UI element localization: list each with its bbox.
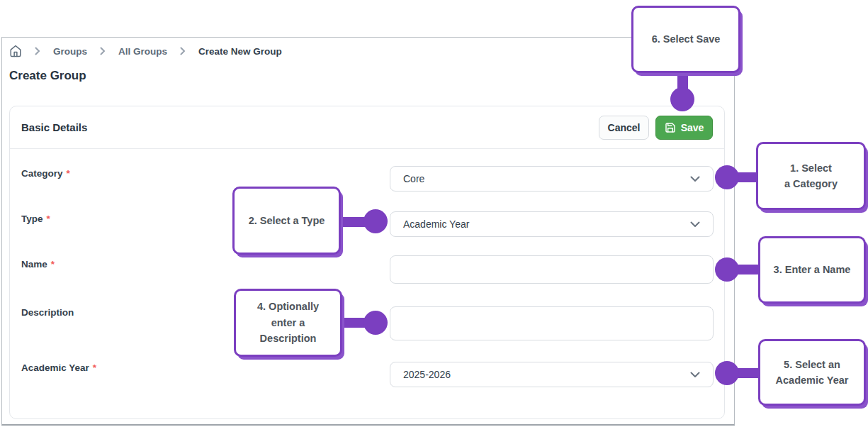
basic-details-card: Basic Details Cancel Save Category* Core <box>9 106 725 419</box>
chevron-down-icon <box>690 173 700 184</box>
category-select[interactable]: Core <box>390 166 714 192</box>
chevron-right-icon <box>180 47 186 55</box>
annotation-step-3: 3. Enter a Name <box>758 236 866 304</box>
description-input[interactable] <box>403 307 700 340</box>
card-title: Basic Details <box>21 121 87 133</box>
annotation-step-5: 5. Select an Academic Year <box>758 339 866 406</box>
annotation-dot-6 <box>670 87 694 111</box>
academic-year-select[interactable]: 2025-2026 <box>390 362 714 387</box>
academic-year-select-value: 2025-2026 <box>403 369 451 380</box>
annotation-dot-5 <box>715 361 739 385</box>
breadcrumb-item-create-new-group: Create New Group <box>198 46 282 57</box>
annotation-dot-2 <box>363 209 388 233</box>
description-label: Description <box>21 307 77 318</box>
save-icon <box>665 122 676 133</box>
page-title: Create Group <box>9 69 86 83</box>
required-asterisk: * <box>51 259 55 270</box>
breadcrumb: Groups All Groups Create New Group <box>9 45 282 57</box>
category-label: Category* <box>21 168 70 179</box>
annotation-step-4: 4. Optionally enter a Description <box>234 289 342 357</box>
chevron-right-icon <box>100 47 106 55</box>
annotation-step-2: 2. Select a Type <box>232 187 341 255</box>
save-button[interactable]: Save <box>655 116 713 140</box>
name-input[interactable] <box>403 256 700 283</box>
breadcrumb-item-all-groups[interactable]: All Groups <box>118 46 167 57</box>
chevron-down-icon <box>690 218 700 230</box>
required-asterisk: * <box>67 168 70 179</box>
annotation-dot-4 <box>363 311 388 335</box>
chevron-right-icon <box>35 47 40 55</box>
annotation-dot-1 <box>715 165 739 189</box>
cancel-button[interactable]: Cancel <box>599 116 649 140</box>
save-button-label: Save <box>681 122 704 133</box>
chevron-down-icon <box>690 369 700 380</box>
name-label: Name* <box>21 259 55 270</box>
category-select-value: Core <box>403 173 424 184</box>
type-label: Type* <box>21 214 50 224</box>
breadcrumb-item-groups[interactable]: Groups <box>53 46 87 57</box>
required-asterisk: * <box>47 214 50 224</box>
home-icon[interactable] <box>9 45 22 57</box>
academic-year-label: Academic Year* <box>21 362 96 373</box>
annotation-step-1: 1. Select a Category <box>756 142 866 210</box>
card-header: Basic Details Cancel Save <box>10 106 724 149</box>
type-select[interactable]: Academic Year <box>390 211 714 237</box>
name-field-wrapper <box>390 255 714 284</box>
annotation-step-6: 6. Select Save <box>631 6 740 73</box>
required-asterisk: * <box>93 362 96 373</box>
annotation-dot-3 <box>715 257 739 282</box>
type-select-value: Academic Year <box>403 218 469 230</box>
description-field-wrapper <box>390 306 714 340</box>
